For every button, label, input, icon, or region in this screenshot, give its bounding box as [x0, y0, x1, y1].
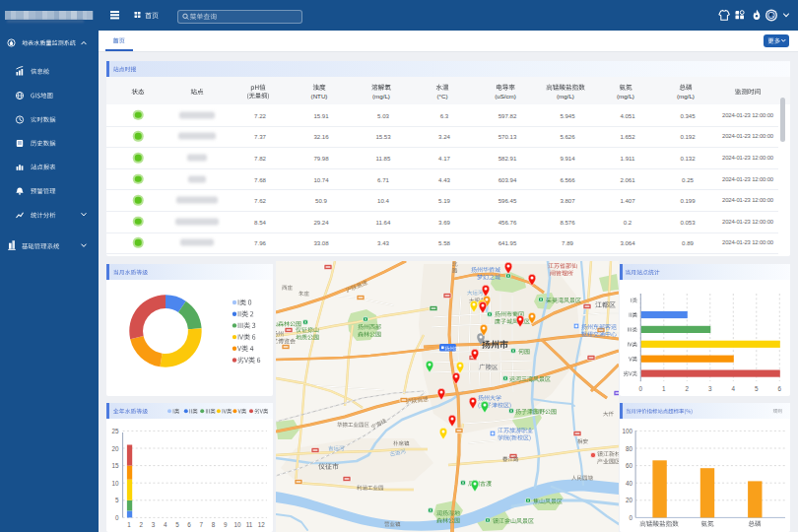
- svg-text:10: 10: [112, 480, 120, 487]
- svg-text:100: 100: [623, 428, 633, 434]
- svg-text:5: 5: [755, 385, 759, 392]
- svg-text:7: 7: [200, 521, 204, 528]
- svg-text:25: 25: [112, 428, 120, 434]
- svg-text:10: 10: [233, 521, 241, 528]
- svg-text:20: 20: [112, 445, 120, 452]
- svg-text:2: 2: [686, 385, 690, 392]
- svg-text:80: 80: [626, 445, 633, 452]
- svg-text:1: 1: [662, 385, 666, 392]
- svg-text:0: 0: [115, 514, 119, 521]
- svg-text:9: 9: [224, 521, 228, 528]
- svg-text:6: 6: [778, 385, 782, 392]
- svg-text:0: 0: [639, 385, 643, 392]
- svg-text:3: 3: [152, 521, 156, 528]
- svg-text:1: 1: [127, 521, 131, 528]
- svg-text:11: 11: [246, 521, 253, 528]
- svg-text:4: 4: [732, 385, 736, 392]
- svg-text:0: 0: [630, 514, 633, 521]
- svg-text:2: 2: [140, 521, 144, 528]
- svg-text:60: 60: [626, 462, 633, 469]
- svg-text:20: 20: [626, 497, 633, 503]
- svg-text:5: 5: [175, 521, 179, 528]
- svg-text:3: 3: [708, 385, 712, 392]
- svg-text:15: 15: [112, 462, 120, 469]
- svg-text:4: 4: [164, 521, 167, 528]
- svg-text:40: 40: [626, 480, 633, 487]
- svg-text:12: 12: [258, 521, 266, 528]
- svg-text:8: 8: [212, 521, 216, 528]
- svg-text:6: 6: [187, 521, 191, 528]
- svg-text:5: 5: [115, 497, 119, 503]
